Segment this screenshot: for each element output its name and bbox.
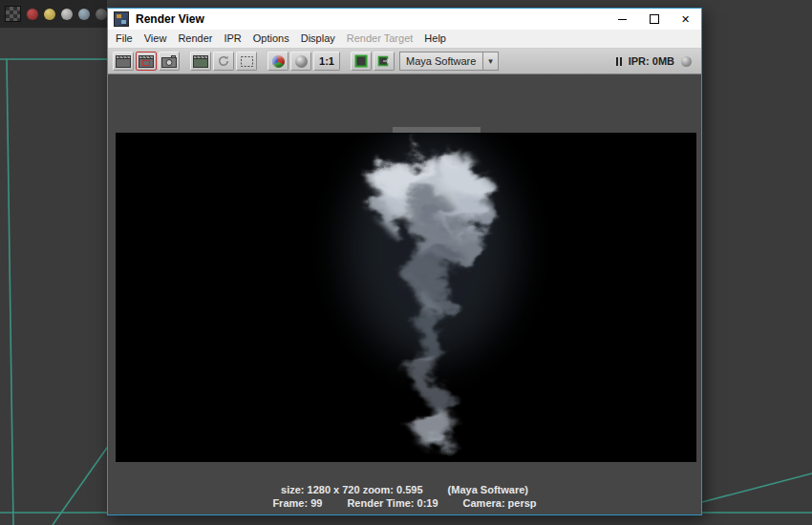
pause-ipr-icon[interactable] [616, 57, 622, 66]
titlebar[interactable]: Render View ✕ [108, 9, 701, 30]
render-view-window: Render View ✕ File View Render IPR Optio… [107, 8, 702, 515]
minimize-button[interactable] [607, 10, 638, 30]
smoke-render [116, 133, 696, 462]
red-sphere-icon[interactable] [27, 9, 38, 20]
clapperboard-icon [116, 55, 131, 68]
menu-render-target: Render Target [341, 30, 419, 48]
refresh-icon [217, 54, 230, 68]
rgb-channels-icon [272, 55, 285, 68]
alpha-channel-icon [295, 55, 308, 68]
green-frame-icon [354, 54, 368, 68]
menu-display[interactable]: Display [295, 30, 341, 48]
dark-sphere-icon[interactable] [96, 9, 107, 20]
renderer-dropdown: Maya Software ▾ [399, 52, 499, 71]
renderer-select[interactable]: Maya Software [399, 52, 483, 71]
maximize-button[interactable] [638, 10, 670, 30]
status-size-zoom: size: 1280 x 720 zoom: 0.595 [281, 483, 423, 496]
keep-image-button[interactable] [374, 52, 395, 71]
window-icon [114, 11, 129, 27]
renderer-select-arrow[interactable]: ▾ [483, 52, 499, 71]
dashed-region-icon [240, 55, 254, 68]
toolbar-right: IPR: 0MB [616, 55, 696, 67]
refresh-ipr-button[interactable] [213, 52, 234, 71]
alpha-channel-button[interactable] [290, 52, 311, 71]
menu-render[interactable]: Render [172, 30, 218, 48]
yellow-sphere-icon[interactable] [44, 9, 55, 20]
render-status: size: 1280 x 720 zoom: 0.595 (Maya Softw… [108, 483, 701, 510]
blue-sphere-icon[interactable] [78, 9, 90, 20]
menu-options[interactable]: Options [247, 30, 295, 48]
one-to-one-button[interactable]: 1:1 [313, 52, 340, 71]
ipr-render-button[interactable] [190, 52, 211, 71]
clapperboard-region-icon [139, 55, 154, 68]
rgb-channels-button[interactable] [267, 52, 288, 71]
status-renderer: (Maya Software) [448, 483, 528, 496]
rendered-image[interactable] [116, 133, 696, 462]
render-settings-button[interactable] [351, 52, 372, 71]
status-render-time: Render Time: 0:19 [347, 496, 438, 510]
checker-icon[interactable] [5, 6, 21, 22]
window-title: Render View [136, 12, 204, 26]
green-frame-arrow-icon [377, 54, 392, 68]
gray-sphere-icon[interactable] [61, 9, 73, 20]
ipr-memory-label: IPR: 0MB [629, 55, 674, 67]
render-current-frame-button[interactable] [113, 52, 134, 71]
ipr-clapperboard-icon [193, 55, 208, 68]
menu-view[interactable]: View [139, 30, 173, 48]
menu-ipr[interactable]: IPR [218, 30, 246, 48]
host-shelf [0, 0, 107, 28]
close-button[interactable]: ✕ [670, 10, 701, 30]
status-camera: Camera: persp [463, 496, 537, 510]
status-frame: Frame: 99 [272, 496, 322, 510]
menubar: File View Render IPR Options Display Ren… [108, 30, 701, 49]
ipr-status-dot [681, 56, 692, 67]
render-region-button[interactable] [136, 52, 157, 71]
ipr-region-button[interactable] [236, 52, 257, 71]
render-view-content: size: 1280 x 720 zoom: 0.595 (Maya Softw… [108, 74, 701, 514]
render-view-toolbar: 1:1 Maya Software ▾ IPR: 0MB [108, 49, 701, 74]
snapshot-button[interactable] [159, 52, 180, 71]
menu-help[interactable]: Help [418, 30, 452, 48]
menu-file[interactable]: File [110, 30, 139, 48]
snapshot-icon [161, 55, 177, 68]
